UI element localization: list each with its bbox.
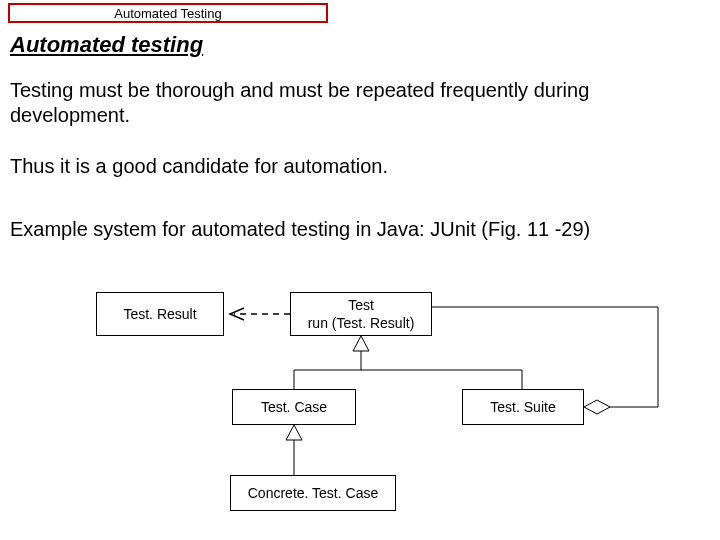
paragraph-2: Thus it is a good candidate for automati… xyxy=(10,155,700,178)
box-label: Concrete. Test. Case xyxy=(248,484,378,502)
box-label: Test. Result xyxy=(123,305,196,323)
svg-marker-1 xyxy=(353,336,369,351)
header-tab: Automated Testing xyxy=(8,3,328,23)
box-label-line1: Test xyxy=(348,296,374,314)
page-title: Automated testing xyxy=(10,32,203,58)
box-test-case: Test. Case xyxy=(232,389,356,425)
box-test: Test run (Test. Result) xyxy=(290,292,432,336)
box-test-result: Test. Result xyxy=(96,292,224,336)
svg-marker-8 xyxy=(584,400,610,414)
box-label-line2: run (Test. Result) xyxy=(308,314,415,332)
box-concrete-test-case: Concrete. Test. Case xyxy=(230,475,396,511)
paragraph-3: Example system for automated testing in … xyxy=(10,218,710,241)
uml-diagram: Test. Result Test run (Test. Result) Tes… xyxy=(0,275,720,535)
box-test-suite: Test. Suite xyxy=(462,389,584,425)
box-label: Test. Case xyxy=(261,398,327,416)
svg-marker-6 xyxy=(286,425,302,440)
box-label: Test. Suite xyxy=(490,398,555,416)
paragraph-1: Testing must be thorough and must be rep… xyxy=(10,78,700,128)
